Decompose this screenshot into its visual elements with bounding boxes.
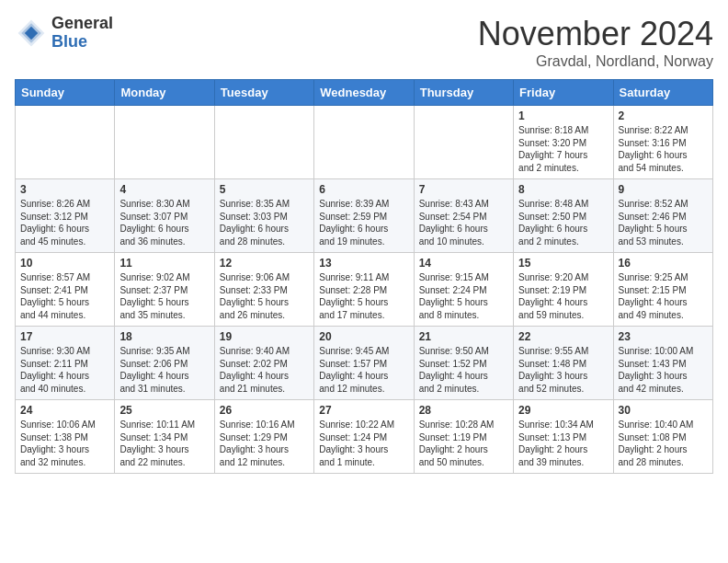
calendar-cell: 26Sunrise: 10:16 AM Sunset: 1:29 PM Dayl… — [214, 400, 313, 474]
day-info: Sunrise: 8:30 AM Sunset: 3:07 PM Dayligh… — [119, 198, 209, 247]
day-info: Sunrise: 9:40 AM Sunset: 2:02 PM Dayligh… — [220, 345, 309, 395]
calendar-cell: 28Sunrise: 10:28 AM Sunset: 1:19 PM Dayl… — [414, 400, 513, 474]
calendar-cell — [115, 106, 214, 179]
day-number: 9 — [619, 183, 708, 196]
day-number: 20 — [319, 330, 408, 343]
day-number: 6 — [319, 183, 408, 196]
calendar-cell — [314, 106, 414, 179]
logo-blue: Blue — [51, 33, 113, 52]
day-number: 23 — [619, 330, 708, 343]
day-number: 21 — [419, 330, 508, 343]
day-number: 19 — [220, 330, 309, 343]
day-number: 10 — [20, 257, 109, 270]
day-info: Sunrise: 9:35 AM Sunset: 2:06 PM Dayligh… — [119, 345, 209, 395]
day-info: Sunrise: 9:25 AM Sunset: 2:15 PM Dayligh… — [619, 271, 708, 321]
location: Gravdal, Nordland, Norway — [478, 53, 713, 70]
day-number: 3 — [20, 183, 109, 196]
logo-text: General Blue — [51, 15, 113, 52]
calendar-cell: 17Sunrise: 9:30 AM Sunset: 2:11 PM Dayli… — [16, 327, 115, 400]
day-number: 5 — [220, 183, 309, 196]
calendar-cell: 15Sunrise: 9:20 AM Sunset: 2:19 PM Dayli… — [514, 253, 613, 327]
day-info: Sunrise: 8:35 AM Sunset: 3:03 PM Dayligh… — [220, 198, 309, 247]
calendar-cell: 29Sunrise: 10:34 AM Sunset: 1:13 PM Dayl… — [514, 400, 613, 474]
calendar-cell: 5Sunrise: 8:35 AM Sunset: 3:03 PM Daylig… — [214, 179, 313, 253]
day-info: Sunrise: 10:28 AM Sunset: 1:19 PM Daylig… — [419, 419, 508, 468]
day-info: Sunrise: 10:00 AM Sunset: 1:43 PM Daylig… — [619, 345, 708, 395]
day-number: 7 — [419, 183, 508, 196]
calendar-cell: 22Sunrise: 9:55 AM Sunset: 1:48 PM Dayli… — [514, 327, 613, 400]
day-number: 28 — [419, 404, 508, 417]
calendar-cell — [16, 106, 115, 179]
day-number: 25 — [119, 404, 209, 417]
day-info: Sunrise: 9:02 AM Sunset: 2:37 PM Dayligh… — [119, 271, 209, 321]
day-number: 26 — [220, 404, 309, 417]
day-number: 18 — [119, 330, 209, 343]
col-monday: Monday — [115, 80, 214, 106]
calendar-cell: 12Sunrise: 9:06 AM Sunset: 2:33 PM Dayli… — [214, 253, 313, 327]
calendar-cell: 7Sunrise: 8:43 AM Sunset: 2:54 PM Daylig… — [414, 179, 513, 253]
day-number: 13 — [319, 257, 408, 270]
calendar-cell: 16Sunrise: 9:25 AM Sunset: 2:15 PM Dayli… — [613, 253, 712, 327]
day-info: Sunrise: 9:50 AM Sunset: 1:52 PM Dayligh… — [419, 345, 508, 395]
day-info: Sunrise: 8:48 AM Sunset: 2:50 PM Dayligh… — [518, 198, 608, 247]
calendar-body: 1Sunrise: 8:18 AM Sunset: 3:20 PM Daylig… — [16, 106, 713, 474]
page-header: General Blue November 2024 Gravdal, Nord… — [15, 15, 713, 70]
day-info: Sunrise: 10:34 AM Sunset: 1:13 PM Daylig… — [518, 419, 608, 468]
calendar-cell: 23Sunrise: 10:00 AM Sunset: 1:43 PM Dayl… — [613, 327, 712, 400]
day-number: 1 — [518, 109, 608, 122]
calendar-cell: 30Sunrise: 10:40 AM Sunset: 1:08 PM Dayl… — [613, 400, 712, 474]
day-info: Sunrise: 9:15 AM Sunset: 2:24 PM Dayligh… — [419, 271, 508, 321]
col-thursday: Thursday — [414, 80, 513, 106]
calendar-cell: 10Sunrise: 8:57 AM Sunset: 2:41 PM Dayli… — [16, 253, 115, 327]
day-info: Sunrise: 10:06 AM Sunset: 1:38 PM Daylig… — [20, 419, 109, 468]
calendar-table: Sunday Monday Tuesday Wednesday Thursday… — [15, 79, 713, 474]
day-info: Sunrise: 8:57 AM Sunset: 2:41 PM Dayligh… — [20, 271, 109, 321]
day-number: 17 — [20, 330, 109, 343]
calendar-cell: 20Sunrise: 9:45 AM Sunset: 1:57 PM Dayli… — [314, 327, 414, 400]
calendar-cell: 4Sunrise: 8:30 AM Sunset: 3:07 PM Daylig… — [115, 179, 214, 253]
calendar-cell: 1Sunrise: 8:18 AM Sunset: 3:20 PM Daylig… — [514, 106, 613, 179]
calendar-cell: 21Sunrise: 9:50 AM Sunset: 1:52 PM Dayli… — [414, 327, 513, 400]
logo-general: General — [51, 15, 113, 33]
day-number: 4 — [119, 183, 209, 196]
day-number: 12 — [220, 257, 309, 270]
day-info: Sunrise: 9:11 AM Sunset: 2:28 PM Dayligh… — [319, 271, 408, 321]
calendar-cell: 11Sunrise: 9:02 AM Sunset: 2:37 PM Dayli… — [115, 253, 214, 327]
day-number: 16 — [619, 257, 708, 270]
logo: General Blue — [15, 15, 113, 52]
day-number: 27 — [319, 404, 408, 417]
day-info: Sunrise: 10:11 AM Sunset: 1:34 PM Daylig… — [119, 419, 209, 468]
calendar-week-row: 17Sunrise: 9:30 AM Sunset: 2:11 PM Dayli… — [16, 327, 713, 400]
calendar-week-row: 3Sunrise: 8:26 AM Sunset: 3:12 PM Daylig… — [16, 179, 713, 253]
day-info: Sunrise: 8:26 AM Sunset: 3:12 PM Dayligh… — [20, 198, 109, 247]
calendar-cell: 8Sunrise: 8:48 AM Sunset: 2:50 PM Daylig… — [514, 179, 613, 253]
day-number: 22 — [518, 330, 608, 343]
calendar-cell: 13Sunrise: 9:11 AM Sunset: 2:28 PM Dayli… — [314, 253, 414, 327]
day-number: 11 — [119, 257, 209, 270]
calendar-cell: 25Sunrise: 10:11 AM Sunset: 1:34 PM Dayl… — [115, 400, 214, 474]
day-info: Sunrise: 8:22 AM Sunset: 3:16 PM Dayligh… — [619, 124, 708, 174]
day-info: Sunrise: 8:18 AM Sunset: 3:20 PM Dayligh… — [518, 124, 608, 174]
day-info: Sunrise: 8:39 AM Sunset: 2:59 PM Dayligh… — [319, 198, 408, 247]
day-info: Sunrise: 10:22 AM Sunset: 1:24 PM Daylig… — [319, 419, 408, 468]
day-info: Sunrise: 9:45 AM Sunset: 1:57 PM Dayligh… — [319, 345, 408, 395]
calendar-week-row: 1Sunrise: 8:18 AM Sunset: 3:20 PM Daylig… — [16, 106, 713, 179]
calendar-header-row: Sunday Monday Tuesday Wednesday Thursday… — [16, 80, 713, 106]
day-number: 30 — [619, 404, 708, 417]
calendar-cell: 6Sunrise: 8:39 AM Sunset: 2:59 PM Daylig… — [314, 179, 414, 253]
day-info: Sunrise: 9:20 AM Sunset: 2:19 PM Dayligh… — [518, 271, 608, 321]
calendar-week-row: 10Sunrise: 8:57 AM Sunset: 2:41 PM Dayli… — [16, 253, 713, 327]
calendar-cell — [214, 106, 313, 179]
day-info: Sunrise: 9:55 AM Sunset: 1:48 PM Dayligh… — [518, 345, 608, 395]
day-number: 8 — [518, 183, 608, 196]
calendar-cell: 3Sunrise: 8:26 AM Sunset: 3:12 PM Daylig… — [16, 179, 115, 253]
day-info: Sunrise: 8:43 AM Sunset: 2:54 PM Dayligh… — [419, 198, 508, 247]
calendar-cell: 2Sunrise: 8:22 AM Sunset: 3:16 PM Daylig… — [613, 106, 712, 179]
day-number: 14 — [419, 257, 508, 270]
month-title: November 2024 — [478, 15, 713, 53]
day-info: Sunrise: 8:52 AM Sunset: 2:46 PM Dayligh… — [619, 198, 708, 247]
day-info: Sunrise: 9:06 AM Sunset: 2:33 PM Dayligh… — [220, 271, 309, 321]
day-info: Sunrise: 9:30 AM Sunset: 2:11 PM Dayligh… — [20, 345, 109, 395]
col-friday: Friday — [514, 80, 613, 106]
day-number: 2 — [619, 109, 708, 122]
